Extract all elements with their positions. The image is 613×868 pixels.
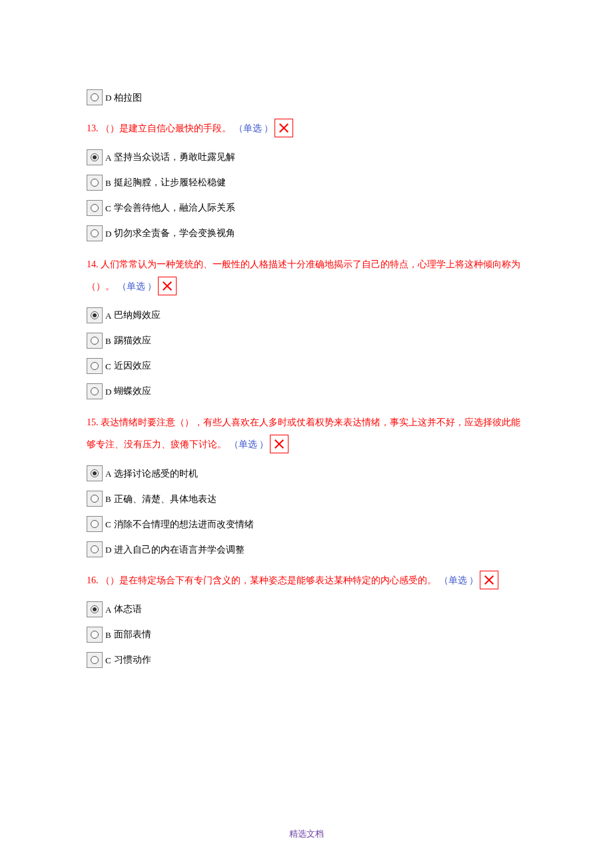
option-letter: C xyxy=(105,518,111,532)
option-letter: D xyxy=(105,543,111,557)
radio-button[interactable] xyxy=(87,175,103,191)
option-text: 进入自己的内在语言并学会调整 xyxy=(114,543,245,557)
question-block: 13. （）是建立自信心最快的手段。 （单选 ）A坚持当众说话，勇敢吐露见解B挺… xyxy=(87,117,526,241)
list-item: B挺起胸膛，让步履轻松稳健 xyxy=(87,175,526,191)
option-text: 踢猫效应 xyxy=(114,333,151,348)
option-letter: B xyxy=(105,629,111,643)
list-item: D 柏拉图 xyxy=(87,89,526,105)
option-text: 选择讨论感受的时机 xyxy=(114,467,198,481)
option-text: 巴纳姆效应 xyxy=(114,308,161,323)
list-item: D蝴蝶效应 xyxy=(87,383,526,399)
option-text: 体态语 xyxy=(114,602,142,617)
option-text: 蝴蝶效应 xyxy=(114,384,151,399)
question-stem: 14. 人们常常认为一种笼统的、一般性的人格描述十分准确地揭示了自己的特点，心理… xyxy=(87,253,526,298)
question-text: （）是建立自信心最快的手段。 xyxy=(101,123,231,133)
question-number: 15. xyxy=(87,417,99,427)
option-letter: C xyxy=(105,654,111,668)
list-item: C习惯动作 xyxy=(87,652,526,668)
question-type: （单选 ） xyxy=(234,123,274,133)
option-letter: C xyxy=(105,360,111,374)
radio-button[interactable] xyxy=(87,383,103,399)
list-item: D切勿求全责备，学会变换视角 xyxy=(87,225,526,241)
list-item: D进入自己的内在语言并学会调整 xyxy=(87,541,526,557)
question-number: 13. xyxy=(87,123,99,133)
option-text: 近因效应 xyxy=(114,359,151,373)
radio-button[interactable] xyxy=(87,149,103,165)
list-item: C近因效应 xyxy=(87,358,526,374)
radio-button[interactable] xyxy=(87,601,103,617)
option-letter: A xyxy=(105,151,111,165)
radio-button[interactable] xyxy=(87,358,103,374)
wrong-icon xyxy=(158,277,177,295)
option-text: 面部表情 xyxy=(114,627,151,642)
option-letter: D xyxy=(105,91,111,105)
option-text: 学会善待他人，融洽人际关系 xyxy=(114,201,235,215)
page: D 柏拉图 13. （）是建立自信心最快的手段。 （单选 ）A坚持当众说话，勇敢… xyxy=(0,0,613,868)
radio-button[interactable] xyxy=(87,225,103,241)
list-item: B正确、清楚、具体地表达 xyxy=(87,491,526,507)
questions-container: 13. （）是建立自信心最快的手段。 （单选 ）A坚持当众说话，勇敢吐露见解B挺… xyxy=(87,117,526,668)
option-text: 正确、清楚、具体地表达 xyxy=(114,492,217,507)
question-block: 16. （）是在特定场合下有专门含义的，某种姿态是能够表达某种特定的内心感受的。… xyxy=(87,569,526,668)
question-stem: 15. 表达情绪时要注意（），有些人喜欢在人多时或仗着权势来表达情绪，事实上这并… xyxy=(87,411,526,456)
option-letter: A xyxy=(105,603,111,617)
question-text: 表达情绪时要注意（），有些人喜欢在人多时或仗着权势来表达情绪，事实上这并不好，应… xyxy=(87,417,520,450)
question-text: （）是在特定场合下有专门含义的，某种姿态是能够表达某种特定的内心感受的。 xyxy=(101,575,436,585)
question-type: （单选 ） xyxy=(229,439,269,449)
list-item: A选择讨论感受的时机 xyxy=(87,465,526,481)
option-letter: D xyxy=(105,385,111,399)
question-stem: 13. （）是建立自信心最快的手段。 （单选 ） xyxy=(87,117,526,140)
radio-button[interactable] xyxy=(87,652,103,668)
radio-button[interactable] xyxy=(87,333,103,349)
list-item: A坚持当众说话，勇敢吐露见解 xyxy=(87,149,526,165)
radio-button[interactable] xyxy=(87,89,103,105)
option-letter: A xyxy=(105,467,111,481)
question-type: （单选 ） xyxy=(117,281,157,291)
radio-button[interactable] xyxy=(87,541,103,557)
option-text: 坚持当众说话，勇敢吐露见解 xyxy=(114,150,235,165)
radio-button[interactable] xyxy=(87,465,103,481)
question-block: 15. 表达情绪时要注意（），有些人喜欢在人多时或仗着权势来表达情绪，事实上这并… xyxy=(87,411,526,557)
option-text: 柏拉图 xyxy=(114,91,142,105)
option-letter: B xyxy=(105,335,111,349)
list-item: B踢猫效应 xyxy=(87,333,526,349)
question-stem: 16. （）是在特定场合下有专门含义的，某种姿态是能够表达某种特定的内心感受的。… xyxy=(87,569,526,592)
list-item: B面部表情 xyxy=(87,627,526,643)
radio-button[interactable] xyxy=(87,307,103,323)
list-item: C学会善待他人，融洽人际关系 xyxy=(87,200,526,216)
option-letter: C xyxy=(105,202,111,216)
option-text: 消除不合情理的想法进而改变情绪 xyxy=(114,517,254,532)
option-text: 挺起胸膛，让步履轻松稳健 xyxy=(114,175,226,190)
footer-text: 精选文档 xyxy=(0,827,613,841)
radio-button[interactable] xyxy=(87,627,103,643)
option-letter: B xyxy=(105,493,111,507)
list-item: A巴纳姆效应 xyxy=(87,307,526,323)
radio-button[interactable] xyxy=(87,200,103,216)
option-text: 习惯动作 xyxy=(114,653,151,667)
wrong-icon xyxy=(480,571,498,589)
option-letter: D xyxy=(105,227,111,241)
question-number: 16. xyxy=(87,575,99,585)
wrong-icon xyxy=(275,119,293,137)
wrong-icon xyxy=(270,435,289,453)
question-number: 14. xyxy=(87,259,99,269)
option-text: 切勿求全责备，学会变换视角 xyxy=(114,226,235,241)
list-item: A体态语 xyxy=(87,601,526,617)
list-item: C消除不合情理的想法进而改变情绪 xyxy=(87,516,526,532)
option-letter: A xyxy=(105,309,111,323)
radio-button[interactable] xyxy=(87,491,103,507)
question-type: （单选 ） xyxy=(439,575,479,585)
question-block: 14. 人们常常认为一种笼统的、一般性的人格描述十分准确地揭示了自己的特点，心理… xyxy=(87,253,526,399)
radio-button[interactable] xyxy=(87,516,103,532)
option-letter: B xyxy=(105,177,111,191)
